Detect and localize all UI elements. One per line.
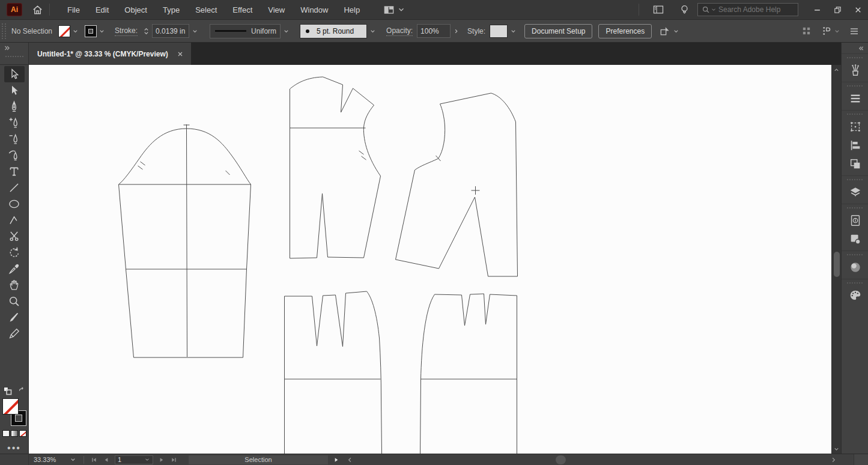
anchor-point-tool[interactable] [4, 212, 25, 228]
align-panel-button[interactable] [842, 136, 868, 154]
chevron-down-icon[interactable] [99, 27, 105, 35]
pattern-skirt-back[interactable] [285, 291, 382, 454]
scroll-down-arrow[interactable] [833, 444, 840, 454]
pencil-tool[interactable] [4, 326, 25, 342]
zoom-tool[interactable] [4, 293, 25, 309]
previous-artboard-button[interactable] [100, 457, 113, 463]
minimize-button[interactable] [807, 0, 827, 20]
menu-effect[interactable]: Effect [225, 0, 260, 20]
align-to-selection-dropdown[interactable] [659, 25, 679, 37]
expand-panels-icon[interactable] [858, 45, 864, 52]
gradient-mode-button[interactable] [11, 430, 18, 437]
stroke-color-control[interactable] [85, 25, 105, 37]
fill-none-swatch[interactable] [58, 25, 70, 37]
opacity-input[interactable]: 100% [417, 24, 451, 38]
eyedropper-tool[interactable] [4, 261, 25, 277]
illustrator-logo-icon[interactable]: Ai [7, 3, 22, 16]
none-mode-button[interactable] [19, 430, 26, 437]
stroke-weight-stepper[interactable] [142, 26, 150, 36]
document-tab[interactable]: Untitled-1* @ 33.33 % (CMYK/Preview) [29, 43, 191, 65]
stroke-panel-button[interactable] [842, 89, 868, 108]
scroll-up-arrow[interactable] [833, 65, 840, 74]
transform-panel-button[interactable] [842, 117, 868, 136]
document-setup-button[interactable]: Document Setup [524, 24, 592, 38]
menu-edit[interactable]: Edit [88, 0, 117, 20]
scroll-left-arrow[interactable] [347, 457, 353, 463]
control-bar-menu-icon[interactable] [849, 26, 860, 37]
panel-dock-icon[interactable] [821, 25, 833, 37]
pattern-bodice-back[interactable] [290, 77, 381, 258]
artboard-navigation-box[interactable]: 1 [115, 455, 153, 464]
pattern-skirt-front[interactable] [420, 294, 517, 454]
add-anchor-point-tool[interactable] [4, 115, 25, 131]
preferences-button[interactable]: Preferences [598, 24, 652, 38]
style-dropdown-chevron[interactable] [508, 24, 518, 38]
line-segment-tool[interactable] [4, 180, 25, 196]
variable-width-profile-dropdown[interactable]: Uniform [210, 24, 281, 38]
paintbrush-tool[interactable] [4, 309, 25, 326]
artboard-canvas[interactable] [29, 65, 831, 454]
panel-group-grip[interactable] [847, 85, 863, 87]
curvature-tool[interactable] [4, 147, 25, 163]
variable-width-chevron[interactable] [281, 24, 291, 38]
expand-tools-icon[interactable] [4, 44, 11, 52]
menu-object[interactable]: Object [117, 0, 155, 20]
arrange-documents-button[interactable] [645, 4, 672, 16]
controlbar-grip[interactable] [2, 23, 6, 39]
vertical-scroll-thumb[interactable] [834, 252, 840, 277]
pen-tool[interactable] [4, 99, 25, 115]
edit-toolbar-button[interactable]: ••• [7, 443, 21, 454]
layers-panel-button[interactable] [842, 183, 868, 201]
stroke-weight-input[interactable]: 0.0139 in [152, 24, 189, 38]
pattern-bodice-front[interactable] [396, 93, 518, 276]
menu-select[interactable]: Select [187, 0, 225, 20]
panel-group-grip[interactable] [847, 114, 863, 115]
graphic-style-swatch[interactable] [490, 25, 508, 38]
menu-view[interactable]: View [260, 0, 293, 20]
zoom-dropdown[interactable] [66, 455, 80, 464]
help-search-box[interactable] [697, 3, 798, 16]
panel-group-grip[interactable] [847, 254, 863, 255]
rotate-tool[interactable] [4, 245, 25, 261]
chevron-down-icon[interactable] [834, 27, 840, 35]
stroke-weight-dropdown[interactable] [189, 24, 200, 38]
discover-button[interactable] [672, 4, 697, 16]
scissors-tool[interactable] [4, 228, 25, 245]
panel-group-grip[interactable] [847, 179, 863, 180]
opacity-panel-button[interactable] [451, 24, 461, 38]
panel-group-grip[interactable] [847, 207, 863, 208]
next-artboard-button[interactable] [155, 457, 168, 463]
direct-selection-tool[interactable] [4, 82, 25, 99]
close-button[interactable] [848, 0, 868, 20]
chevron-down-icon[interactable] [72, 27, 79, 35]
panel-group-grip[interactable] [847, 282, 863, 284]
document-info-panel-button[interactable] [842, 211, 868, 229]
home-icon[interactable] [32, 4, 43, 16]
delete-anchor-point-tool[interactable] [4, 131, 25, 147]
horizontal-scroll-thumb[interactable] [556, 455, 566, 464]
type-tool[interactable] [4, 163, 25, 180]
vertical-scrollbar[interactable] [831, 65, 841, 454]
brush-definition-chevron[interactable] [367, 24, 378, 38]
hand-tool[interactable] [4, 277, 25, 293]
touch-workspace-icon[interactable] [801, 26, 812, 36]
status-display-menu[interactable] [328, 457, 344, 463]
last-artboard-button[interactable] [168, 457, 180, 463]
brush-definition-dropdown[interactable]: 5 pt. Round [300, 24, 367, 38]
status-display[interactable]: Selection [189, 455, 328, 464]
gradient-panel-button[interactable] [842, 258, 868, 276]
stroke-color-swatch[interactable] [85, 25, 97, 37]
close-tab-icon[interactable] [177, 50, 184, 58]
color-mode-button[interactable] [2, 430, 10, 437]
selection-tool[interactable] [4, 66, 25, 82]
asset-export-panel-button[interactable] [842, 229, 868, 248]
menu-file[interactable]: File [59, 0, 88, 20]
pattern-sleeve[interactable] [119, 124, 251, 357]
brushes-panel-button[interactable] [842, 61, 868, 79]
vertical-scroll-track[interactable] [832, 74, 841, 444]
scroll-right-arrow[interactable] [830, 457, 837, 463]
panel-group-grip[interactable] [847, 57, 863, 58]
tools-grip[interactable] [5, 56, 23, 57]
restore-button[interactable] [827, 0, 848, 20]
opacity-label[interactable]: Opacity: [386, 26, 413, 36]
